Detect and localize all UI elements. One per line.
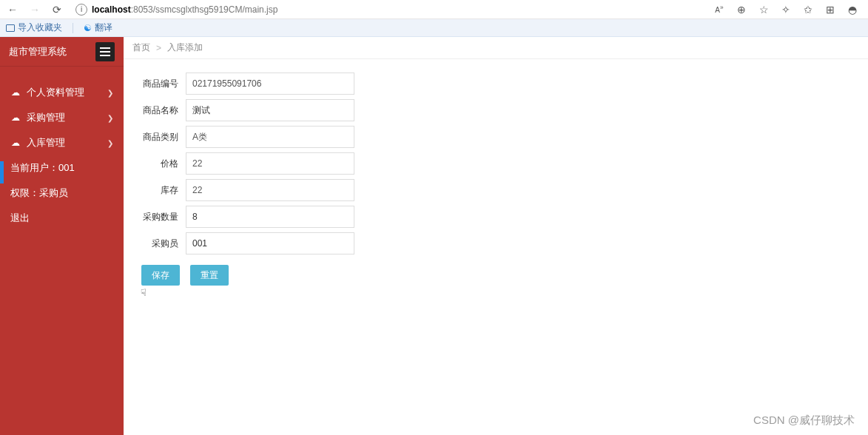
save-button[interactable]: 保存 bbox=[141, 265, 180, 286]
breadcrumb-separator: > bbox=[156, 43, 161, 53]
zoom-icon[interactable]: ⊕ bbox=[733, 1, 750, 18]
buyer-input[interactable] bbox=[186, 232, 354, 254]
breadcrumb: 首页 > 入库添加 bbox=[124, 37, 868, 59]
extensions-icon[interactable]: ✧ bbox=[778, 1, 794, 18]
refresh-button[interactable]: ⟳ bbox=[49, 1, 65, 18]
import-favorites-button[interactable]: 导入收藏夹 bbox=[6, 21, 62, 34]
form-actions: 保存 重置 bbox=[132, 265, 859, 286]
chevron-right-icon: ❯ bbox=[107, 89, 113, 97]
site-info-icon[interactable]: i bbox=[75, 4, 87, 16]
translate-icon: ☯ bbox=[84, 23, 92, 33]
back-button[interactable]: ← bbox=[4, 1, 21, 18]
address-field[interactable]: i localhost:8053/ssmcsglxthsg5919CM/main… bbox=[71, 4, 705, 16]
field-value: 02171955091706 bbox=[186, 72, 354, 95]
browser-bookmarks-bar: 导入收藏夹 ☯ 翻译 bbox=[0, 19, 868, 37]
field-purchase-qty: 采购数量 bbox=[132, 206, 859, 228]
favorites-bar-icon[interactable]: ✩ bbox=[800, 1, 816, 18]
favorite-star-icon[interactable]: ☆ bbox=[756, 1, 772, 18]
field-product-code: 商品编号 02171955091706 bbox=[132, 72, 859, 95]
folder-icon bbox=[6, 24, 15, 32]
reset-button[interactable]: 重置 bbox=[190, 265, 229, 286]
translate-label: 翻译 bbox=[95, 21, 112, 34]
field-label: 库存 bbox=[132, 179, 186, 201]
translate-button[interactable]: ☯ 翻译 bbox=[84, 21, 112, 34]
import-favorites-label: 导入收藏夹 bbox=[18, 21, 62, 34]
field-label: 商品名称 bbox=[132, 99, 186, 121]
sidebar-item-purchase[interactable]: ☁采购管理 ❯ bbox=[0, 105, 124, 130]
purchase-qty-input[interactable] bbox=[186, 206, 354, 228]
breadcrumb-home[interactable]: 首页 bbox=[132, 41, 150, 54]
field-product-name: 商品名称 bbox=[132, 99, 859, 121]
breadcrumb-current: 入库添加 bbox=[167, 41, 203, 54]
product-name-input[interactable] bbox=[186, 99, 354, 121]
main-content: 首页 > 入库添加 商品编号 02171955091706 商品名称 商品类别 … bbox=[124, 37, 868, 435]
field-label: 采购员 bbox=[132, 232, 186, 254]
field-label: 商品编号 bbox=[132, 72, 186, 95]
forward-button[interactable]: → bbox=[27, 1, 43, 18]
sidebar: 超市管理系统 ☁个人资料管理 ❯ ☁采购管理 ❯ ☁入库管理 ❯ 当前用户：00… bbox=[0, 37, 124, 435]
field-label: 价格 bbox=[132, 152, 186, 175]
profile-icon[interactable]: ◓ bbox=[844, 1, 861, 18]
collections-icon[interactable]: ⊞ bbox=[822, 1, 838, 18]
field-label: 商品类别 bbox=[132, 126, 186, 148]
sidebar-header: 超市管理系统 bbox=[0, 37, 124, 67]
read-aloud-icon[interactable]: A» bbox=[711, 1, 727, 18]
menu-toggle-icon[interactable] bbox=[95, 42, 115, 61]
browser-toolbar-right: A» ⊕ ☆ ✧ ✩ ⊞ ◓ bbox=[711, 1, 864, 18]
field-value: 22 bbox=[186, 179, 354, 201]
field-value: 22 bbox=[186, 152, 354, 175]
role-label: 权限：采购员 bbox=[0, 181, 124, 206]
sidebar-item-label: 入库管理 bbox=[27, 136, 65, 149]
sidebar-item-label: 个人资料管理 bbox=[27, 86, 84, 99]
cloud-icon: ☁ bbox=[10, 87, 21, 98]
form: 商品编号 02171955091706 商品名称 商品类别 A类 价格 22 库… bbox=[124, 59, 868, 299]
active-indicator bbox=[0, 161, 4, 183]
sidebar-item-profile[interactable]: ☁个人资料管理 ❯ bbox=[0, 80, 124, 105]
chevron-right-icon: ❯ bbox=[107, 139, 113, 147]
field-price: 价格 22 bbox=[132, 152, 859, 175]
sidebar-item-stock-in[interactable]: ☁入库管理 ❯ bbox=[0, 130, 124, 155]
field-stock: 库存 22 bbox=[132, 179, 859, 201]
watermark: CSDN @威仔聊技术 bbox=[753, 414, 855, 428]
app-title: 超市管理系统 bbox=[9, 45, 67, 58]
cloud-icon: ☁ bbox=[10, 138, 21, 148]
field-category: 商品类别 A类 bbox=[132, 126, 859, 148]
toolbar-separator bbox=[73, 23, 73, 33]
chevron-right-icon: ❯ bbox=[107, 114, 113, 122]
field-value: A类 bbox=[186, 126, 354, 148]
current-user-label: 当前用户：001 bbox=[0, 155, 124, 181]
logout-button[interactable]: 退出 bbox=[0, 206, 124, 231]
field-buyer: 采购员 bbox=[132, 232, 859, 254]
sidebar-item-label: 采购管理 bbox=[27, 111, 65, 124]
app-container: 超市管理系统 ☁个人资料管理 ❯ ☁采购管理 ❯ ☁入库管理 ❯ 当前用户：00… bbox=[0, 37, 868, 435]
cloud-icon: ☁ bbox=[10, 112, 21, 123]
field-label: 采购数量 bbox=[132, 206, 186, 228]
url-text: localhost:8053/ssmcsglxthsg5919CM/main.j… bbox=[92, 4, 277, 15]
browser-address-bar: ← → ⟳ i localhost:8053/ssmcsglxthsg5919C… bbox=[0, 0, 868, 19]
